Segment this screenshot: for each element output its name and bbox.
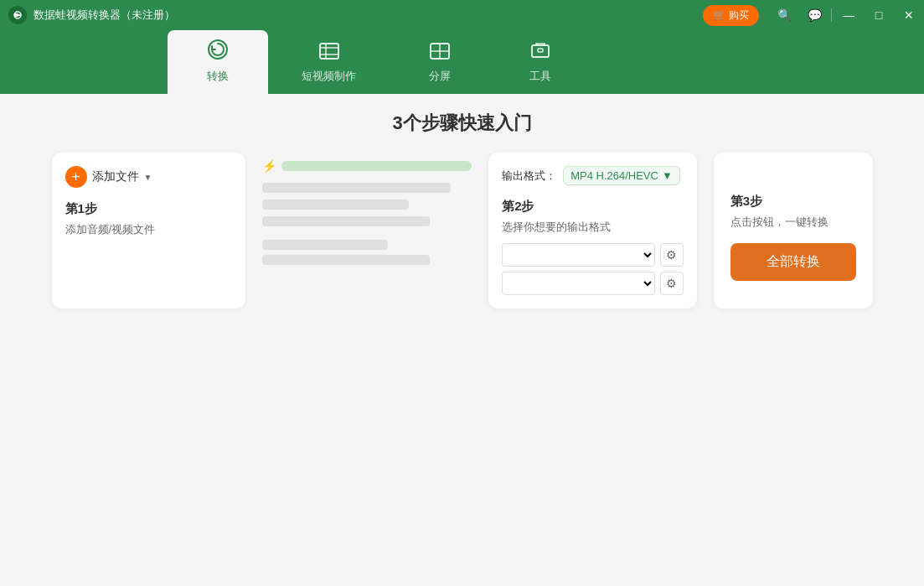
- placeholder-bar-4: [262, 240, 388, 250]
- maximize-button[interactable]: □: [864, 0, 894, 30]
- add-file-label: 添加文件: [92, 169, 139, 184]
- step3-label: 第3步: [730, 194, 856, 210]
- small-row-2: ⚙: [502, 272, 683, 295]
- speed-bar: [281, 161, 472, 171]
- quality-select[interactable]: [502, 243, 654, 267]
- speed-bar-container: ⚡: [262, 159, 472, 173]
- settings-icon-btn-1[interactable]: ⚙: [660, 243, 684, 267]
- format-label: 输出格式：: [502, 169, 556, 184]
- tab-tools[interactable]: 工具: [490, 34, 591, 94]
- placeholder-bar-5: [262, 255, 430, 265]
- app-title: 数据蛙视频转换器（未注册）: [34, 8, 175, 23]
- search-icon-btn[interactable]: 🔍: [769, 0, 799, 30]
- placeholder-bar-2: [262, 200, 409, 210]
- titlebar: 数据蛙视频转换器（未注册） 🛒 购买 🔍 💬 — □ ✕: [0, 0, 924, 30]
- tab-convert-label: 转换: [207, 69, 229, 84]
- format-row: 输出格式： MP4 H.264/HEVC ▼: [502, 166, 683, 185]
- step2-desc: 选择你想要的输出格式: [502, 220, 683, 235]
- nav-tabs: 转换 短视频制作 分屏: [0, 30, 924, 94]
- purchase-button[interactable]: 🛒 购买: [703, 5, 759, 26]
- add-file-button[interactable]: + 添加文件 ▼: [65, 166, 152, 188]
- short-video-icon: [318, 42, 340, 65]
- format-dropdown-icon: ▼: [662, 169, 673, 182]
- steps-container: + 添加文件 ▼ 第1步 添加音频/视频文件 ⚡ 输出格式：: [52, 153, 873, 309]
- tab-split-screen[interactable]: 分屏: [390, 34, 490, 94]
- page-title: 3个步骤快速入门: [392, 111, 531, 136]
- add-icon: +: [65, 166, 87, 188]
- tab-split-screen-label: 分屏: [429, 69, 451, 84]
- minimize-button[interactable]: —: [834, 0, 864, 30]
- step2-card: 输出格式： MP4 H.264/HEVC ▼ 第2步 选择你想要的输出格式 ⚙ …: [488, 153, 696, 309]
- settings-icon-btn-2[interactable]: ⚙: [660, 272, 684, 295]
- middle-area: ⚡: [262, 153, 472, 309]
- cart-icon: 🛒: [713, 9, 725, 21]
- tab-short-video-label: 短视频制作: [302, 69, 356, 84]
- app-logo: [8, 6, 27, 24]
- tools-icon: [529, 42, 551, 65]
- placeholder-bar-3: [262, 216, 430, 226]
- svg-rect-5: [532, 45, 549, 57]
- svg-rect-6: [538, 49, 543, 52]
- tab-short-video[interactable]: 短视频制作: [268, 34, 390, 94]
- step1-card: + 添加文件 ▼ 第1步 添加音频/视频文件: [52, 153, 246, 309]
- split-screen-icon: [429, 42, 451, 65]
- convert-all-button[interactable]: 全部转换: [730, 243, 856, 281]
- format-select[interactable]: MP4 H.264/HEVC ▼: [563, 166, 680, 185]
- small-controls: ⚙ ⚙: [502, 243, 683, 295]
- window-controls: 🛒 购买 🔍 💬 — □ ✕: [703, 0, 924, 30]
- step3-card: 第3步 点击按钮，一键转换 全部转换: [714, 153, 873, 309]
- format-value: MP4 H.264/HEVC: [570, 169, 658, 182]
- message-icon-btn[interactable]: 💬: [799, 0, 829, 30]
- resolution-select[interactable]: [502, 272, 654, 295]
- svg-rect-3: [320, 44, 338, 59]
- placeholder-bar-1: [262, 183, 451, 193]
- step2-label: 第2步: [502, 199, 683, 215]
- close-button[interactable]: ✕: [894, 0, 924, 30]
- convert-icon: [207, 39, 229, 65]
- speed-icon: ⚡: [262, 159, 276, 173]
- tab-tools-label: 工具: [529, 69, 551, 84]
- small-row-1: ⚙: [502, 243, 683, 267]
- step1-desc: 添加音频/视频文件: [65, 222, 233, 237]
- separator: [831, 8, 832, 22]
- step3-desc: 点击按钮，一键转换: [730, 215, 856, 230]
- dropdown-arrow-icon: ▼: [144, 173, 152, 182]
- tab-convert[interactable]: 转换: [168, 30, 268, 94]
- main-content: 3个步骤快速入门 + 添加文件 ▼ 第1步 添加音频/视频文件 ⚡: [0, 94, 924, 586]
- step1-label: 第1步: [65, 201, 233, 217]
